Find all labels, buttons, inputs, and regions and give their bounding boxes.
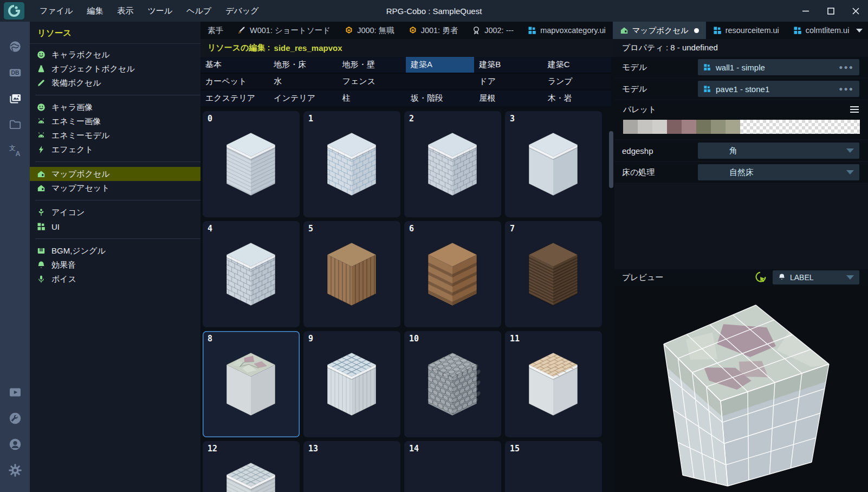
tile-8[interactable]: 8 (203, 331, 300, 437)
preview-label-dropdown[interactable]: LABEL (773, 270, 859, 284)
tile-7[interactable]: 7 (505, 221, 602, 327)
menu-item-3[interactable]: ツール (141, 4, 179, 18)
tile-11[interactable]: 11 (505, 331, 602, 437)
palette-swatch-4[interactable] (682, 120, 696, 134)
sidebar-item-10[interactable]: マップアセット (30, 181, 200, 195)
sidebar-item-4[interactable]: キャラ画像 (30, 100, 200, 114)
tab-3[interactable]: J001: 勇者 (401, 22, 465, 39)
tile-0[interactable]: 0 (203, 111, 300, 217)
palette-swatch-1[interactable] (638, 120, 652, 134)
palette-swatch-2[interactable] (652, 120, 667, 134)
tab-0[interactable]: 素手 (200, 22, 230, 39)
tile-14[interactable]: 14 (404, 441, 501, 492)
minimize-button[interactable] (793, 0, 818, 22)
images-icon[interactable] (4, 88, 26, 109)
category-cell-r0c2[interactable]: 地形・壁 (338, 57, 406, 73)
menu-item-4[interactable]: ヘルプ (180, 4, 218, 18)
category-cell-r1c4[interactable]: ドア (474, 74, 542, 89)
category-cell-r2c2[interactable]: 柱 (338, 90, 406, 106)
globe-icon[interactable] (4, 36, 26, 57)
tile-1[interactable]: 1 (303, 111, 400, 217)
sidebar-item-16[interactable]: 効果音 (30, 258, 200, 272)
menu-item-5[interactable]: デバッグ (219, 4, 265, 18)
tab-7[interactable]: resourceitem.ui (706, 22, 786, 39)
tile-15[interactable]: 15 (505, 441, 602, 492)
floor-dropdown[interactable]: 自然床 (698, 164, 859, 180)
palette-swatch-3[interactable] (667, 120, 682, 134)
sidebar-item-6[interactable]: エネミーモデル (30, 128, 200, 143)
category-cell-r2c4[interactable]: 屋根 (474, 90, 542, 106)
category-cell-r1c5[interactable]: ランプ (543, 74, 611, 89)
category-cell-r1c2[interactable]: フェンス (338, 74, 406, 89)
maximize-button[interactable] (818, 0, 843, 22)
model1-field[interactable]: wall1 - simple ●●● (698, 59, 859, 75)
edgeshp-row: edgeshp 角 (614, 140, 868, 161)
translate-icon[interactable]: 文A (4, 140, 26, 161)
editor-header: リソースの編集 : side_res_mapvox (200, 39, 614, 57)
palette-swatch-6[interactable] (711, 120, 726, 134)
sidebar-item-15[interactable]: BGM,ジングル (30, 244, 200, 258)
model1-more-button[interactable]: ●●● (839, 63, 854, 71)
wrench-icon[interactable] (4, 407, 26, 429)
chevron-down-icon[interactable] (856, 29, 863, 33)
category-cell-r0c3[interactable]: 建築A (406, 57, 474, 73)
tile-12[interactable]: 12 (203, 441, 300, 492)
tab-4[interactable]: J002: --- (465, 22, 521, 39)
palette-swatch-7[interactable] (726, 120, 740, 134)
edgeshp-dropdown[interactable]: 角 (698, 143, 859, 159)
model2-field[interactable]: pave1 - stone1 ●●● (698, 81, 859, 97)
hamburger-menu-icon[interactable] (850, 106, 859, 113)
tab-5[interactable]: mapvoxcategory.ui (521, 22, 613, 39)
tile-13[interactable]: 13 (303, 441, 400, 492)
palette-strip[interactable] (623, 120, 860, 134)
menu-item-0[interactable]: ファイル (33, 4, 79, 18)
menu-item-2[interactable]: 表示 (111, 4, 140, 18)
sidebar-item-1[interactable]: オブジェクトボクセル (30, 62, 200, 76)
category-cell-r0c0[interactable]: 基本 (200, 57, 269, 73)
sidebar-item-5[interactable]: エネミー画像 (30, 114, 200, 128)
tile-3[interactable]: 3 (505, 111, 602, 217)
tile-6[interactable]: 6 (404, 221, 501, 327)
play-icon[interactable] (4, 381, 26, 403)
tab-1[interactable]: W001: ショートソード (230, 22, 338, 39)
account-icon[interactable] (4, 433, 26, 455)
category-cell-r1c1[interactable]: 水 (269, 74, 337, 89)
sidebar-item-12[interactable]: アイコン (30, 205, 200, 219)
gear-icon[interactable] (4, 459, 26, 481)
sidebar-item-2[interactable]: 装備ボクセル (30, 76, 200, 90)
tile-2[interactable]: 2 (404, 111, 501, 217)
preview-3d-viewport[interactable] (614, 286, 868, 492)
category-cell-r2c0[interactable]: エクステリア (200, 90, 269, 106)
tab-8[interactable]: colmtlitem.ui (786, 22, 857, 39)
palette-swatch-0[interactable] (623, 120, 638, 134)
sidebar-item-9[interactable]: マップボクセル (30, 167, 200, 181)
tile-9[interactable]: 9 (303, 331, 400, 437)
sidebar-item-7[interactable]: エフェクト (30, 143, 200, 157)
menu-item-1[interactable]: 編集 (80, 4, 109, 18)
tab-2[interactable]: J000: 無職 (338, 22, 401, 39)
sidebar-item-17[interactable]: ボイス (30, 272, 200, 286)
scrollbar-thumb[interactable] (609, 131, 613, 188)
sidebar-item-13[interactable]: UI (30, 219, 200, 234)
tile-4[interactable]: 4 (203, 221, 300, 327)
tile-10[interactable]: 10 (404, 331, 501, 437)
tile-5[interactable]: 5 (303, 221, 400, 327)
folder-icon[interactable] (4, 114, 26, 135)
tab-6[interactable]: マップボクセル (613, 22, 706, 39)
close-button[interactable] (843, 0, 868, 22)
category-cell-r2c3[interactable]: 坂・階段 (406, 90, 474, 106)
sidebar-item-0[interactable]: キャラボクセル (30, 48, 200, 62)
category-cell-r0c5[interactable]: 建築C (543, 57, 611, 73)
category-cell-r1c0[interactable]: カーペット (200, 74, 269, 89)
click-target-icon[interactable] (754, 271, 767, 284)
category-cell-r2c5[interactable]: 木・岩 (543, 90, 611, 106)
category-cell-r0c1[interactable]: 地形・床 (269, 57, 337, 73)
preview-label: プレビュー (622, 269, 663, 286)
palette-swatch-5[interactable] (696, 120, 711, 134)
model2-more-button[interactable]: ●●● (839, 85, 854, 93)
scrollbar[interactable] (609, 112, 613, 492)
category-cell-r2c1[interactable]: インテリア (269, 90, 337, 106)
category-cell-r0c4[interactable]: 建築B (474, 57, 542, 73)
db-icon[interactable]: DB (4, 62, 26, 83)
category-cell-r1c3 (406, 74, 474, 89)
